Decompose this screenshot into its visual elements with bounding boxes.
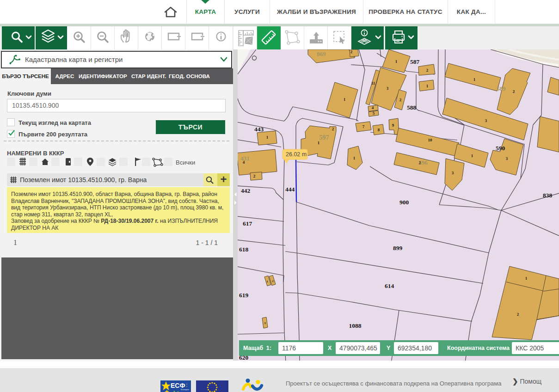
svg-text:9: 9 — [392, 123, 394, 128]
svg-text:1: 1 — [473, 77, 476, 82]
svg-text:3: 3 — [485, 118, 487, 123]
svg-text:8: 8 — [378, 128, 380, 132]
svg-text:589: 589 — [497, 85, 506, 92]
svg-text:1: 1 — [525, 276, 528, 281]
svg-text:7: 7 — [362, 124, 365, 129]
svg-text:618: 618 — [239, 246, 249, 253]
svg-text:431: 431 — [240, 155, 250, 162]
svg-text:1: 1 — [318, 141, 320, 145]
svg-text:588: 588 — [407, 104, 417, 111]
svg-text:1: 1 — [353, 156, 356, 160]
svg-text:26.02 m: 26.02 m — [286, 151, 307, 158]
svg-text:587: 587 — [410, 58, 420, 65]
svg-text:838: 838 — [543, 192, 553, 199]
svg-text:1: 1 — [266, 135, 269, 140]
svg-text:443: 443 — [254, 126, 264, 133]
svg-text:2: 2 — [332, 127, 334, 131]
svg-text:442: 442 — [241, 187, 251, 194]
svg-text:3: 3 — [452, 171, 454, 175]
svg-text:2: 2 — [272, 279, 274, 283]
svg-text:2: 2 — [253, 174, 256, 178]
svg-text:2: 2 — [399, 98, 402, 102]
svg-text:5: 5 — [373, 111, 375, 116]
svg-text:3: 3 — [387, 86, 389, 91]
svg-text:България: България — [181, 388, 189, 391]
svg-text:1: 1 — [426, 84, 429, 88]
svg-text:444: 444 — [285, 186, 295, 193]
svg-text:1: 1 — [395, 59, 398, 64]
svg-text:590: 590 — [496, 145, 505, 152]
svg-text:2: 2 — [513, 89, 515, 94]
svg-text:899: 899 — [393, 245, 403, 251]
svg-text:619: 619 — [239, 292, 249, 299]
svg-text:11: 11 — [371, 81, 375, 86]
svg-text:614: 614 — [385, 282, 394, 289]
svg-text:1: 1 — [344, 97, 346, 102]
svg-text:597: 597 — [319, 134, 329, 141]
svg-text:3: 3 — [264, 321, 266, 325]
svg-text:4: 4 — [372, 105, 374, 110]
svg-text:4: 4 — [243, 160, 245, 165]
svg-text:1: 1 — [471, 153, 473, 158]
svg-text:1: 1 — [266, 280, 268, 283]
svg-text:900: 900 — [399, 199, 409, 206]
svg-text:2: 2 — [426, 68, 429, 73]
svg-text:3: 3 — [506, 156, 508, 161]
svg-text:2: 2 — [350, 49, 353, 54]
svg-text:617: 617 — [243, 220, 252, 227]
svg-text:2: 2 — [419, 160, 421, 165]
svg-text:1088: 1088 — [349, 322, 362, 329]
svg-text:869: 869 — [317, 50, 326, 57]
svg-text:10: 10 — [428, 138, 433, 142]
svg-text:2: 2 — [517, 312, 519, 317]
